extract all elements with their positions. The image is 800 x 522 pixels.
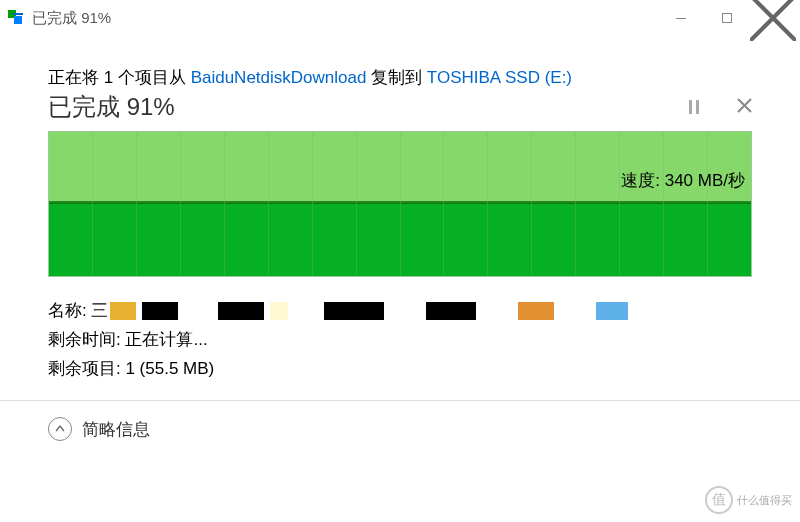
time-remaining-row: 剩余时间: 正在计算... xyxy=(48,328,752,351)
speed-label: 速度: 340 MB/秒 xyxy=(621,169,745,192)
speed-chart: 速度: 340 MB/秒 xyxy=(48,131,752,277)
watermark-text: 什么值得买 xyxy=(737,493,792,508)
copy-dialog-icon xyxy=(8,10,24,26)
title-bar: 已完成 91% xyxy=(0,0,800,36)
items-remaining-row: 剩余项目: 1 (55.5 MB) xyxy=(48,357,752,380)
close-button[interactable] xyxy=(750,2,796,34)
watermark-icon: 值 xyxy=(705,486,733,514)
window-controls xyxy=(658,2,796,34)
window-title: 已完成 91% xyxy=(32,9,658,28)
pause-button[interactable] xyxy=(689,100,699,114)
minimize-button[interactable] xyxy=(658,2,704,34)
dialog-content: 正在将 1 个项目从 BaiduNetdiskDownload 复制到 TOSH… xyxy=(0,36,800,380)
copy-prefix: 正在将 1 个项目从 xyxy=(48,68,191,87)
dest-link[interactable]: TOSHIBA SSD (E:) xyxy=(427,68,572,87)
progress-percent: 已完成 91% xyxy=(48,91,175,123)
watermark: 值 什么值得买 xyxy=(705,486,792,514)
redacted-filename xyxy=(110,302,628,320)
copy-mid: 复制到 xyxy=(366,68,426,87)
maximize-button[interactable] xyxy=(704,2,750,34)
name-label: 名称: 三 xyxy=(48,299,108,322)
footer: 简略信息 xyxy=(0,401,800,457)
toggle-details-button[interactable] xyxy=(48,417,72,441)
name-row: 名称: 三 xyxy=(48,299,752,322)
copy-description: 正在将 1 个项目从 BaiduNetdiskDownload 复制到 TOSH… xyxy=(48,66,752,89)
source-link[interactable]: BaiduNetdiskDownload xyxy=(191,68,367,87)
cancel-button[interactable] xyxy=(737,98,752,117)
progress-row: 已完成 91% xyxy=(48,91,752,123)
details-toggle-label: 简略信息 xyxy=(82,418,150,441)
